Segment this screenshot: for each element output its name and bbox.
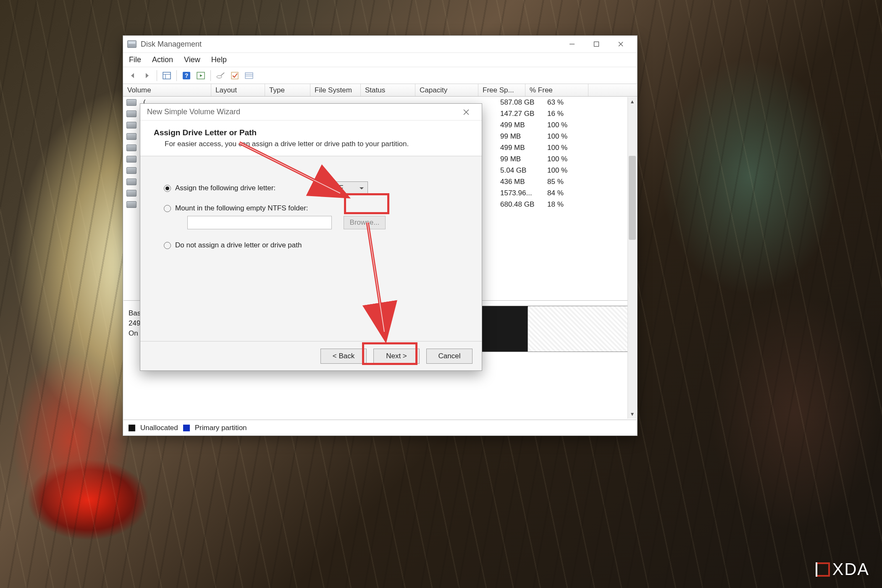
menu-help[interactable]: Help xyxy=(211,55,227,64)
watermark-text: XDA xyxy=(832,560,869,579)
next-button[interactable]: Next > xyxy=(373,349,420,364)
menu-action[interactable]: Action xyxy=(152,55,173,64)
drive-letter-value: F xyxy=(339,184,343,192)
volume-icon xyxy=(126,167,136,174)
drive-letter-select[interactable]: F xyxy=(334,181,368,195)
volume-icon xyxy=(126,178,136,185)
option-no-assign[interactable]: Do not assign a drive letter or drive pa… xyxy=(164,241,465,249)
wizard-title: New Simple Volume Wizard xyxy=(147,108,240,116)
forward-icon[interactable] xyxy=(141,69,153,82)
col-type[interactable]: Type xyxy=(265,84,310,96)
radio-icon[interactable] xyxy=(164,185,171,192)
radio-icon[interactable] xyxy=(164,242,171,249)
svg-rect-4 xyxy=(163,72,171,79)
col-volume[interactable]: Volume xyxy=(123,84,211,96)
xda-logo-icon xyxy=(816,562,830,577)
browse-button[interactable]: Browse... xyxy=(344,216,386,229)
window-title: Disk Management xyxy=(141,40,202,49)
col-file-system[interactable]: File System xyxy=(310,84,361,96)
legend: Unallocated Primary partition xyxy=(123,420,637,436)
wizard-header: Assign Drive Letter or Path For easier a… xyxy=(140,121,482,156)
col-free-space[interactable]: Free Sp... xyxy=(478,84,525,96)
wizard-titlebar[interactable]: New Simple Volume Wizard xyxy=(140,104,482,121)
legend-swatch-unallocated xyxy=(129,425,135,431)
xda-watermark: XDA xyxy=(816,560,869,579)
volume-icon xyxy=(126,156,136,163)
svg-text:?: ? xyxy=(185,72,189,79)
wizard-close-button[interactable] xyxy=(457,104,475,121)
legend-primary: Primary partition xyxy=(195,424,247,432)
mount-folder-input[interactable] xyxy=(187,216,332,229)
col-pct-free[interactable]: % Free xyxy=(525,84,588,96)
menu-file[interactable]: File xyxy=(129,55,141,64)
window-controls xyxy=(560,36,633,53)
col-capacity[interactable]: Capacity xyxy=(415,84,478,96)
close-button[interactable] xyxy=(609,36,633,53)
menu-bar: File Action View Help xyxy=(123,53,637,67)
legend-unallocated: Unallocated xyxy=(140,424,178,432)
svg-rect-12 xyxy=(231,72,238,79)
wizard-footer: < Back Next > Cancel xyxy=(140,341,482,370)
scroll-thumb[interactable] xyxy=(629,156,636,240)
wizard-subtext: For easier access, you can assign a driv… xyxy=(165,140,471,148)
refresh-icon[interactable] xyxy=(194,69,207,82)
back-button[interactable]: < Back xyxy=(320,349,367,364)
wizard-heading: Assign Drive Letter or Path xyxy=(154,128,471,137)
rescan-icon[interactable] xyxy=(214,69,227,82)
list-icon[interactable] xyxy=(243,69,255,82)
scroll-up-icon[interactable]: ▲ xyxy=(628,97,637,106)
svg-line-11 xyxy=(221,73,224,76)
wizard-body: Assign the following drive letter: F Mou… xyxy=(140,156,482,276)
volume-icon xyxy=(126,133,136,140)
minimize-button[interactable] xyxy=(560,36,584,53)
option-assign-letter[interactable]: Assign the following drive letter: F xyxy=(164,181,465,195)
new-simple-volume-wizard: New Simple Volume Wizard Assign Drive Le… xyxy=(140,103,482,371)
volume-icon xyxy=(126,201,136,208)
option-none-label: Do not assign a drive letter or drive pa… xyxy=(175,241,302,249)
svg-point-10 xyxy=(217,76,222,78)
titlebar[interactable]: Disk Management xyxy=(123,36,637,53)
disk-management-icon xyxy=(127,40,136,48)
option-mount-label: Mount in the following empty NTFS folder… xyxy=(175,204,308,213)
radio-icon[interactable] xyxy=(164,205,171,212)
volume-table-header: Volume Layout Type File System Status Ca… xyxy=(123,84,637,97)
svg-rect-13 xyxy=(245,73,253,79)
volume-icon xyxy=(126,144,136,151)
option-mount-folder[interactable]: Mount in the following empty NTFS folder… xyxy=(164,204,465,213)
col-status[interactable]: Status xyxy=(361,84,415,96)
volume-icon xyxy=(126,190,136,197)
panes-icon[interactable] xyxy=(160,69,173,82)
maximize-button[interactable] xyxy=(584,36,609,53)
help-icon[interactable]: ? xyxy=(180,69,193,82)
option-assign-label: Assign the following drive letter: xyxy=(175,184,276,192)
toolbar: ? xyxy=(123,67,637,84)
vertical-scrollbar[interactable]: ▲ ▼ xyxy=(627,97,637,419)
scroll-down-icon[interactable]: ▼ xyxy=(628,410,637,419)
svg-rect-1 xyxy=(594,42,599,47)
col-layout[interactable]: Layout xyxy=(211,84,265,96)
cancel-button[interactable]: Cancel xyxy=(426,349,472,364)
volume-icon xyxy=(126,99,136,106)
volume-icon xyxy=(126,122,136,129)
back-icon[interactable] xyxy=(126,69,139,82)
legend-swatch-primary xyxy=(183,425,190,431)
check-icon[interactable] xyxy=(228,69,241,82)
menu-view[interactable]: View xyxy=(184,55,200,64)
volume-icon xyxy=(126,110,136,117)
